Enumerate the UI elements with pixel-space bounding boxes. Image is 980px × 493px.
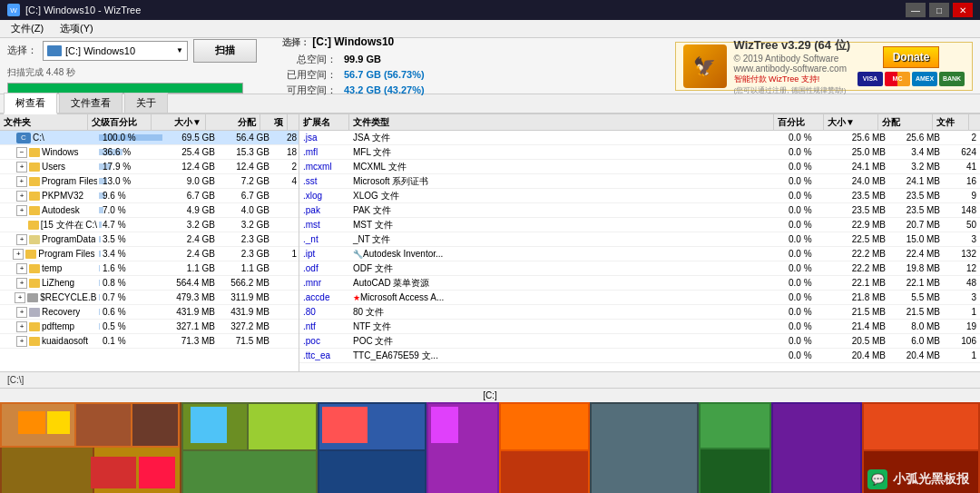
right-cell-size: 22.5 MB	[835, 234, 889, 244]
right-cell-pct: 0.0 %	[785, 350, 835, 360]
tree-row[interactable]: [15 文件在 C:\] 4.7 % 3.2 GB 3.2 GB	[0, 218, 299, 232]
tree-row[interactable]: + Recovery 0.6 % 431.9 MB 431.9 MB	[0, 305, 299, 320]
treemap-svg	[0, 402, 980, 493]
right-col-files[interactable]: 文件	[933, 114, 969, 130]
col-pct[interactable]: 父级百分比	[88, 114, 152, 130]
tree-cell-pct: 100.0 %	[99, 133, 162, 143]
tree-cell-pct: 17.9 %	[99, 162, 162, 172]
right-cell-pct: 0.0 %	[785, 278, 835, 288]
tree-row[interactable]: + Users 17.9 % 12.4 GB 12.4 GB 2	[0, 160, 299, 174]
right-row[interactable]: .jsa JSA 文件 0.0 % 25.6 MB 25.6 MB 2	[299, 131, 980, 145]
right-cell-type: PAK 文件	[349, 204, 785, 217]
treemap-canvas	[0, 402, 980, 493]
scan-status-row: 扫描完成 4.48 秒	[7, 66, 257, 79]
expand-icon[interactable]: +	[16, 321, 27, 332]
tab-tree[interactable]: 树查看	[4, 93, 57, 114]
tree-cell-size: 25.4 GB	[162, 147, 217, 157]
right-cell-files: 2	[944, 133, 980, 143]
tree-row[interactable]: + LiZheng 0.8 % 564.4 MB 566.2 MB	[0, 276, 299, 291]
right-row[interactable]: .odf ODF 文件 0.0 % 22.2 MB 19.8 MB 12	[299, 261, 980, 276]
right-row[interactable]: .sst Microsoft 系列证书 0.0 % 24.0 MB 24.1 M…	[299, 174, 980, 189]
tree-row[interactable]: − Windows 36.6 % 25.4 GB 15.3 GB 18	[0, 145, 299, 160]
right-row[interactable]: .ipt 🔧Autodesk Inventor... 0.0 % 22.2 MB…	[299, 247, 980, 261]
right-row[interactable]: .80 80 文件 0.0 % 21.5 MB 21.5 MB 1	[299, 305, 980, 320]
right-cell-ext: ._nt	[299, 234, 349, 244]
expand-icon[interactable]: +	[16, 336, 27, 347]
donate-button[interactable]: Donate	[883, 46, 940, 68]
right-col-alloc[interactable]: 分配	[878, 114, 933, 130]
payment-icons: VISA MC AMEX BANK	[858, 72, 965, 86]
right-col-size[interactable]: 大小▼	[824, 114, 878, 130]
tree-row[interactable]: + ProgramData 3.5 % 2.4 GB 2.3 GB	[0, 232, 299, 247]
right-row[interactable]: .ntf NTF 文件 0.0 % 21.4 MB 8.0 MB 19	[299, 320, 980, 334]
expand-icon[interactable]: +	[16, 307, 27, 318]
right-row[interactable]: .xlog XLOG 文件 0.0 % 23.5 MB 23.5 MB 9	[299, 189, 980, 203]
folder-icon	[29, 337, 40, 346]
scan-button[interactable]: 扫描	[193, 39, 257, 63]
drive-select[interactable]: [C:] Windows10 ▼	[43, 41, 188, 61]
svg-rect-33	[431, 407, 458, 443]
right-cell-type: NTF 文件	[349, 320, 785, 333]
minimize-button[interactable]: —	[906, 3, 926, 17]
right-row[interactable]: ._nt _NT 文件 0.0 % 22.5 MB 15.0 MB 3	[299, 232, 980, 247]
right-cell-alloc: 23.5 MB	[889, 191, 944, 201]
tree-row[interactable]: + Autodesk 7.0 % 4.9 GB 4.0 GB	[0, 203, 299, 218]
right-row[interactable]: .ttc_ea TTC_EA675E59 文... 0.0 % 20.4 MB …	[299, 349, 980, 363]
expand-icon[interactable]: +	[16, 191, 27, 202]
tree-row[interactable]: + PKPMV32 9.6 % 6.7 GB 6.7 GB	[0, 189, 299, 203]
right-row[interactable]: .mnr AutoCAD 菜单资源 0.0 % 22.1 MB 22.1 MB …	[299, 276, 980, 291]
right-row[interactable]: .pak PAK 文件 0.0 % 23.5 MB 23.5 MB 148	[299, 203, 980, 218]
col-size[interactable]: 大小▼	[152, 114, 206, 130]
right-cell-files: 1	[944, 350, 980, 360]
tab-files[interactable]: 文件查看	[59, 93, 122, 113]
expand-icon[interactable]: −	[16, 147, 27, 158]
expand-icon[interactable]: +	[16, 263, 27, 274]
right-col-type[interactable]: 文件类型	[349, 114, 774, 130]
tab-about[interactable]: 关于	[124, 93, 168, 113]
expand-icon[interactable]: +	[16, 278, 27, 289]
folder-icon	[29, 163, 40, 172]
tree-cell-alloc: 4.0 GB	[217, 205, 271, 215]
close-button[interactable]: ✕	[953, 3, 973, 17]
right-cell-type: 80 文件	[349, 306, 785, 319]
right-row[interactable]: .mst MST 文件 0.0 % 22.9 MB 20.7 MB 50	[299, 218, 980, 232]
expand-icon[interactable]: +	[16, 234, 27, 245]
menu-options[interactable]: 选项(Y)	[53, 20, 101, 37]
tree-cell-items: 4	[271, 176, 299, 186]
tree-cell-pct: 4.7 %	[99, 220, 162, 230]
expand-icon[interactable]: +	[15, 292, 25, 303]
right-cell-size: 22.1 MB	[835, 278, 889, 288]
right-row[interactable]: .accde ★Microsoft Access A... 0.0 % 21.8…	[299, 291, 980, 305]
tree-folder-name: pdftemp	[42, 321, 74, 331]
right-col-ext[interactable]: 扩展名	[299, 114, 349, 130]
tree-cell-alloc: 311.9 MB	[217, 292, 271, 302]
tree-cell-size: 9.0 GB	[162, 176, 217, 186]
expand-icon[interactable]: +	[16, 162, 27, 173]
tree-row[interactable]: + temp 1.6 % 1.1 GB 1.1 GB	[0, 261, 299, 276]
total-value: 99.9 GB	[344, 54, 381, 64]
tree-row[interactable]: + Program Files (x86) 3.4 % 2.4 GB 2.3 G…	[0, 247, 299, 261]
tree-row[interactable]: + kuaidaosoft 0.1 % 71.3 MB 71.5 MB	[0, 334, 299, 349]
tree-row[interactable]: + Program Files 13.0 % 9.0 GB 7.2 GB 4	[0, 174, 299, 189]
right-row[interactable]: .mcxml MCXML 文件 0.0 % 24.1 MB 3.2 MB 41	[299, 160, 980, 174]
tree-row[interactable]: C C:\ 100.0 % 69.5 GB 56.4 GB 28	[0, 131, 299, 145]
maximize-button[interactable]: □	[929, 3, 949, 17]
main-content: 文件夹 父级百分比 大小▼ 分配 项 C C:\ 100.0 % 69.5 GB…	[0, 114, 980, 371]
right-cell-ext: .ttc_ea	[299, 350, 349, 360]
tree-row[interactable]: + $RECYCLE.BIN 0.7 % 479.3 MB 311.9 MB	[0, 291, 299, 305]
expand-icon[interactable]: +	[16, 176, 27, 187]
right-row[interactable]: .mfl MFL 文件 0.0 % 25.0 MB 3.4 MB 624	[299, 145, 980, 160]
menu-file[interactable]: 文件(Z)	[4, 20, 51, 37]
col-items[interactable]: 项	[260, 114, 288, 130]
expand-icon[interactable]: +	[13, 249, 24, 260]
right-col-pct[interactable]: 百分比	[774, 114, 824, 130]
right-cell-alloc: 6.0 MB	[889, 336, 944, 346]
svg-rect-4	[132, 404, 178, 446]
progress-bar-container	[7, 83, 243, 94]
col-alloc[interactable]: 分配	[206, 114, 260, 130]
folder-icon	[27, 293, 38, 302]
svg-rect-3	[76, 404, 131, 446]
expand-icon[interactable]: +	[16, 205, 27, 216]
right-row[interactable]: .poc POC 文件 0.0 % 20.5 MB 6.0 MB 106	[299, 334, 980, 349]
tree-row[interactable]: + pdftemp 0.5 % 327.1 MB 327.2 MB	[0, 320, 299, 334]
